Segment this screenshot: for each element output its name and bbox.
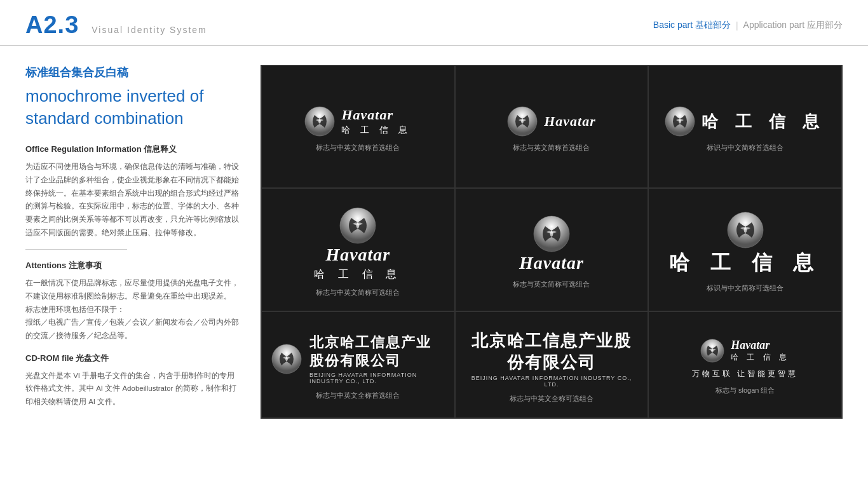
header-left: A2.3 Visual Identity System (25, 11, 207, 39)
page-header: A2.3 Visual Identity System Basic part 基… (0, 0, 868, 46)
havatar-icon-7 (271, 344, 302, 374)
cell-9-label: 标志与 slogan 组合 (715, 386, 775, 395)
havatar-name-zh-6: 哈 工 信 息 (669, 249, 821, 277)
grid-cell-6: 哈 工 信 息 标识与中文简称可选组合 (648, 188, 842, 311)
logo-en-optional: Havatar (519, 215, 584, 273)
havatar-name-zh: 哈 工 信 息 (341, 125, 411, 136)
grid-cell-3: 哈 工 信 息 标识与中文简称首选组合 (648, 65, 842, 188)
page-title: A2.3 (25, 11, 79, 39)
section-title-zh: 标准组合集合反白稿 (25, 65, 241, 80)
page-subtitle: Visual Identity System (92, 25, 207, 35)
cell-4-label: 标志与中英文简称可选组合 (316, 288, 400, 297)
havatar-icon-3 (665, 106, 695, 137)
havatar-icon-2 (507, 106, 538, 137)
havatar-icon-5 (532, 215, 571, 253)
full-name-text: 北京哈工信息产业股份有限公司 BEIJING HAVATAR INFORMATI… (309, 334, 445, 384)
slogan-havatar-zh: 哈 工 信 息 (731, 352, 790, 363)
cell-5-label: 标志与英文简称可选组合 (513, 280, 590, 289)
havatar-name-en: Havatar (341, 107, 411, 123)
svg-point-5 (728, 212, 763, 248)
logo-zh-en-preferred: Havatar 哈 工 信 息 (304, 106, 411, 137)
logo-grid: Havatar 哈 工 信 息 标志与中英文简称首选组合 (261, 65, 843, 419)
havatar-name-en-4: Havatar (325, 245, 390, 265)
body-text-1: 为适应不同使用场合与环境，确保信息传达的清晰与准确，特设计了企业品牌的多种组合，… (25, 160, 241, 239)
grid-cell-4: Havatar 哈 工 信 息 标志与中英文简称可选组合 (261, 188, 455, 311)
logo-zh-preferred: 哈 工 信 息 (665, 106, 826, 137)
grid-cell-5: Havatar 标志与英文简称可选组合 (455, 188, 649, 311)
section-title-en: monochrome inverted of standard combinat… (25, 85, 241, 130)
grid-cell-1: Havatar 哈 工 信 息 标志与中英文简称首选组合 (261, 65, 455, 188)
havatar-icon-4 (339, 207, 377, 245)
logo-zh-optional: 哈 工 信 息 (669, 211, 821, 277)
havatar-text-block: Havatar 哈 工 信 息 (341, 107, 411, 136)
cdrom-title: CD-ROM file 光盘文件 (25, 353, 241, 364)
grid-cell-7: 北京哈工信息产业股份有限公司 BEIJING HAVATAR INFORMATI… (261, 311, 455, 418)
havatar-icon (304, 106, 335, 137)
slogan-text: 万物互联 让智能更智慧 (692, 369, 798, 379)
attentions-text: 在一般情况下使用品牌标志，应尽量使用提供的光盘电子文件，不建议使用标准制图绘制标… (25, 276, 241, 342)
divider (25, 249, 127, 250)
svg-point-4 (534, 216, 569, 252)
cell-2-label: 标志与英文简称首选组合 (513, 143, 590, 152)
logo-slogan: Havatar 哈 工 信 息 万物互联 让智能更智慧 (692, 339, 798, 379)
left-panel: 标准组合集合反白稿 monochrome inverted of standar… (25, 65, 241, 419)
attentions-title: Attentions 注意事项 (25, 260, 241, 271)
cdrom-text: 光盘文件是本 VI 手册电子文件的集合，内含手册制作时的专用软件格式文件。其中 … (25, 369, 241, 409)
logo-zh-en-optional: Havatar 哈 工 信 息 (314, 207, 402, 281)
cell-8-label: 标志与中英文全称可选组合 (510, 394, 593, 403)
company-name-zh-2: 北京哈工信息产业股份有限公司 (465, 330, 639, 374)
company-name-zh: 北京哈工信息产业股份有限公司 (309, 334, 445, 370)
grid-cell-8: 北京哈工信息产业股份有限公司 BEIJING HAVATAR INFORMATI… (455, 311, 649, 418)
main-content: 标准组合集合反白稿 monochrome inverted of standar… (0, 46, 868, 431)
logo-full-optional: 北京哈工信息产业股份有限公司 BEIJING HAVATAR INFORMATI… (465, 330, 639, 388)
grid-cell-2: Havatar 标志与英文简称首选组合 (455, 65, 649, 188)
havatar-icon-9 (700, 339, 724, 363)
office-title: Office Regulation Information 信息释义 (25, 144, 241, 155)
header-nav: Basic part 基础部分 | Application part 应用部分 (653, 20, 843, 31)
havatar-name-zh-only: 哈 工 信 息 (702, 111, 826, 133)
havatar-icon-6 (726, 211, 764, 249)
cell-7-label: 标志与中英文全称首选组合 (316, 391, 400, 400)
havatar-name-zh-4: 哈 工 信 息 (314, 267, 402, 281)
cell-3-label: 标识与中文简称首选组合 (707, 143, 783, 152)
cell-1-label: 标志与中英文简称首选组合 (316, 143, 400, 152)
svg-point-3 (340, 208, 376, 243)
full-name-text-2: 北京哈工信息产业股份有限公司 BEIJING HAVATAR INFORMATI… (465, 330, 639, 388)
logo-slogan-inner: Havatar 哈 工 信 息 (700, 339, 790, 363)
slogan-havatar-en: Havatar (731, 339, 790, 352)
grid-cell-9: Havatar 哈 工 信 息 万物互联 让智能更智慧 标志与 slogan 组… (648, 311, 842, 418)
logo-en-preferred: Havatar (507, 106, 596, 137)
cell-6-label: 标识与中文简称可选组合 (707, 283, 783, 293)
company-name-en: BEIJING HAVATAR INFORMATION INDUSTRY CO.… (309, 372, 445, 384)
slogan-name-block: Havatar 哈 工 信 息 (731, 339, 790, 363)
nav-basic-part[interactable]: Basic part 基础部分 (653, 20, 731, 31)
logo-full-preferred: 北京哈工信息产业股份有限公司 BEIJING HAVATAR INFORMATI… (271, 334, 445, 384)
company-name-en-2: BEIJING HAVATAR INFORMATION INDUSTRY CO.… (465, 375, 639, 388)
nav-divider: | (736, 20, 738, 30)
havatar-name-en-only: Havatar (544, 113, 596, 130)
havatar-name-en-5: Havatar (519, 253, 584, 273)
nav-app-part[interactable]: Application part 应用部分 (743, 20, 843, 31)
